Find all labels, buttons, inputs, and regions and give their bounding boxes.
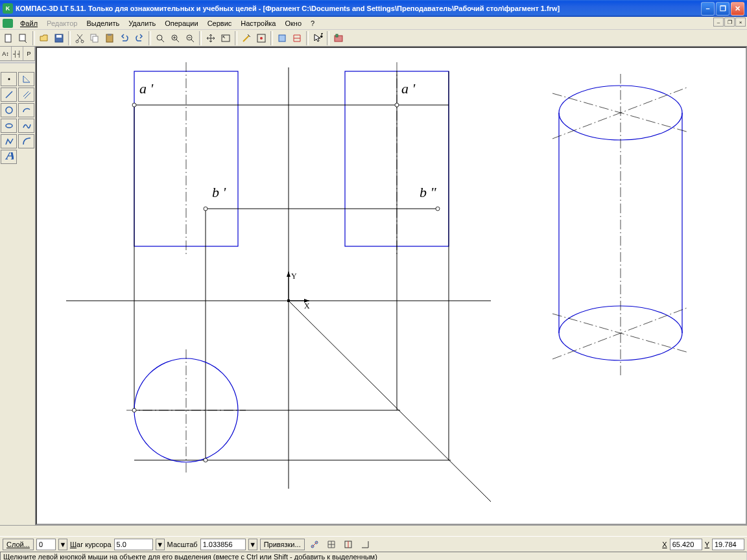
mdi-minimize[interactable]: – <box>713 18 724 27</box>
close-button[interactable]: ✕ <box>731 2 744 16</box>
arc-tool[interactable] <box>18 103 34 117</box>
svg-text:Y: Y <box>291 272 297 281</box>
help-cursor-button[interactable]: ? <box>311 31 325 45</box>
label-b2: b " <box>420 184 437 200</box>
mdi-close[interactable]: × <box>735 18 746 27</box>
fit-button[interactable] <box>219 31 233 45</box>
label-a1: a ' <box>139 80 154 97</box>
minimize-button[interactable]: – <box>701 2 715 16</box>
scale-label: Масштаб <box>167 541 198 548</box>
svg-point-10 <box>157 35 162 40</box>
titlebar: K КОМПАС-3D LT 5.11. Только для ознакоми… <box>0 0 747 17</box>
y-label: Y <box>705 541 709 548</box>
layer-value[interactable]: 0 <box>36 539 56 550</box>
svg-point-15 <box>260 37 263 40</box>
sb-icon3[interactable] <box>341 537 355 552</box>
svg-text:?: ? <box>319 33 323 41</box>
paste-button[interactable] <box>102 31 117 45</box>
menu-help[interactable]: ? <box>306 18 319 29</box>
menu-highlight[interactable]: Выделить <box>82 18 124 29</box>
new-button[interactable] <box>1 31 16 45</box>
step-value[interactable]: 5.0 <box>114 539 153 550</box>
svg-point-32 <box>204 207 208 211</box>
svg-rect-9 <box>108 34 112 36</box>
spline-tool[interactable] <box>18 119 34 133</box>
y-value[interactable]: 19.784 <box>712 539 744 550</box>
svg-text:A: A <box>5 152 14 161</box>
zoom-in-button[interactable] <box>168 31 182 45</box>
svg-point-21 <box>6 107 12 113</box>
x-value[interactable]: 65.420 <box>670 539 702 550</box>
cut-button[interactable] <box>73 31 87 45</box>
menu-setup[interactable]: Настройка <box>236 18 280 29</box>
point-tool[interactable] <box>1 72 17 86</box>
zoom-button[interactable] <box>153 31 167 45</box>
tool-a[interactable] <box>239 31 254 45</box>
sb-icon1[interactable] <box>307 537 322 552</box>
pan-button[interactable] <box>204 31 218 45</box>
hint-bar: Щелкните левой кнопкой мыши на объекте д… <box>0 552 747 560</box>
step-dropdown[interactable]: ▼ <box>156 539 165 550</box>
maximize-button[interactable]: ❐ <box>716 2 729 16</box>
x-label: X <box>662 541 667 548</box>
svg-point-33 <box>436 207 440 211</box>
svg-rect-0 <box>5 34 11 42</box>
svg-point-30 <box>132 103 136 107</box>
scale-value[interactable]: 1.033856 <box>200 539 246 550</box>
menu-delete[interactable]: Удалить <box>124 18 160 29</box>
left-panel: A↕ ┤┤ P <box>0 47 36 525</box>
svg-point-20 <box>8 78 10 80</box>
svg-rect-16 <box>279 35 285 41</box>
open-button[interactable] <box>37 31 51 45</box>
menubar: Файл Редактор Выделить Удалить Операции … <box>0 17 747 30</box>
circle-tool[interactable] <box>1 103 17 117</box>
tool-b[interactable] <box>254 31 268 45</box>
save-button[interactable] <box>52 31 66 45</box>
menu-file[interactable]: Файл <box>16 18 42 29</box>
menu-editor[interactable]: Редактор <box>42 18 82 29</box>
tool-d[interactable] <box>290 31 304 45</box>
main-toolbar: ? <box>0 30 747 47</box>
svg-rect-13 <box>222 35 230 41</box>
polyline-tool[interactable] <box>1 134 17 148</box>
drawing-canvas[interactable]: Y X a ' a ' b ' b " <box>36 47 747 525</box>
new-dropdown[interactable] <box>16 31 30 45</box>
tool-c[interactable] <box>275 31 289 45</box>
aux-line-tool[interactable] <box>18 72 34 86</box>
step-label: Шаг курсора <box>70 541 112 548</box>
sb-icon2[interactable] <box>324 537 338 552</box>
svg-rect-3 <box>56 35 62 38</box>
left-tab-2[interactable]: ┤┤ <box>12 47 23 60</box>
window-title: КОМПАС-3D LT 5.11. Только для ознакомите… <box>16 5 701 12</box>
bezier-tool[interactable] <box>18 134 34 148</box>
sb-icon4[interactable] <box>358 537 372 552</box>
menu-window[interactable]: Окно <box>280 18 306 29</box>
mdi-restore[interactable]: ❐ <box>724 18 735 27</box>
doc-icon <box>3 19 13 28</box>
label-a2: a ' <box>401 80 416 97</box>
svg-point-31 <box>395 103 399 107</box>
undo-button[interactable] <box>117 31 132 45</box>
left-tab-3[interactable]: P <box>23 47 35 60</box>
menu-operations[interactable]: Операции <box>160 18 202 29</box>
layer-dropdown[interactable]: ▼ <box>58 539 67 550</box>
scale-dropdown[interactable]: ▼ <box>248 539 257 550</box>
snap-button[interactable]: Привязки... <box>260 539 305 550</box>
redo-button[interactable] <box>132 31 147 45</box>
svg-point-35 <box>204 458 208 462</box>
h-scrollbar[interactable] <box>0 525 747 536</box>
tool-e[interactable] <box>331 31 346 45</box>
svg-rect-1 <box>19 34 25 41</box>
svg-rect-29 <box>287 299 290 302</box>
drawing-svg: Y X a ' a ' b ' b " <box>37 48 746 524</box>
copy-button[interactable] <box>88 31 102 45</box>
layer-button[interactable]: Слой... <box>3 539 34 550</box>
ellipse-tool[interactable] <box>1 119 17 133</box>
left-tab-1[interactable]: A↕ <box>0 47 12 60</box>
line-tool[interactable] <box>1 88 17 102</box>
menu-service[interactable]: Сервис <box>203 18 237 29</box>
property-bar: Слой... 0 ▼ Шаг курсора 5.0 ▼ Масштаб 1.… <box>0 536 747 552</box>
text-tool[interactable]: A <box>1 150 17 164</box>
parallel-line-tool[interactable] <box>18 88 34 102</box>
zoom-out-button[interactable] <box>183 31 197 45</box>
